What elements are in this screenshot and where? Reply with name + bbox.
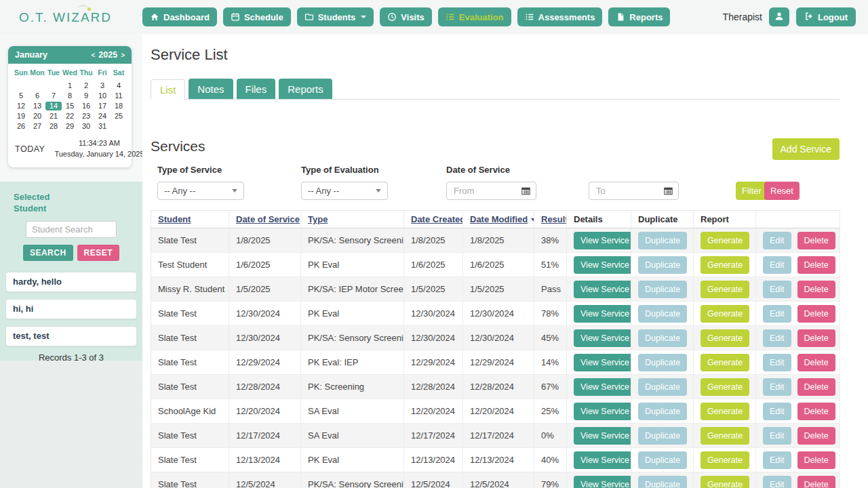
add-service-button[interactable]: Add Service: [772, 138, 840, 160]
col-header-label[interactable]: Type: [308, 214, 328, 224]
calendar-day[interactable]: 29: [62, 122, 78, 131]
calendar-day[interactable]: 22: [62, 112, 78, 121]
edit-button[interactable]: Edit: [763, 281, 791, 298]
view-service-button[interactable]: View Service: [574, 232, 631, 249]
delete-button[interactable]: Delete: [797, 305, 835, 323]
col-header-type[interactable]: Type: [301, 211, 404, 228]
delete-button[interactable]: Delete: [797, 281, 835, 298]
calendar-day[interactable]: 11: [111, 92, 127, 100]
duplicate-button[interactable]: Duplicate: [638, 232, 687, 249]
nav-dashboard-button[interactable]: Dashboard: [142, 7, 217, 26]
nav-reports-button[interactable]: Reports: [608, 7, 670, 26]
calendar-day[interactable]: 7: [45, 92, 62, 100]
calendar-day[interactable]: 30: [78, 122, 94, 131]
student-list-item[interactable]: hardy, hello: [5, 272, 137, 292]
date-to-input[interactable]: [595, 185, 663, 197]
student-list-item[interactable]: test, test: [5, 326, 137, 346]
edit-button[interactable]: Edit: [763, 232, 791, 249]
type-of-service-select[interactable]: -- Any --: [157, 182, 244, 200]
calendar-day[interactable]: 1: [62, 81, 78, 90]
delete-button[interactable]: Delete: [797, 354, 835, 371]
view-service-button[interactable]: View Service: [574, 378, 631, 396]
calendar-day[interactable]: 31: [94, 122, 111, 131]
calendar-day[interactable]: 8: [62, 92, 78, 100]
delete-button[interactable]: Delete: [797, 427, 835, 445]
tab-files[interactable]: Files: [237, 79, 276, 99]
calendar-picker-icon[interactable]: [663, 186, 673, 196]
col-header-label[interactable]: Result: [541, 214, 567, 224]
col-header-student[interactable]: Student: [151, 211, 229, 228]
view-service-button[interactable]: View Service: [574, 451, 631, 469]
calendar-day[interactable]: 24: [94, 112, 111, 121]
tab-list[interactable]: List: [151, 79, 185, 100]
today-label[interactable]: TODAY: [15, 144, 45, 154]
type-of-evaluation-select[interactable]: -- Any --: [301, 182, 388, 200]
delete-button[interactable]: Delete: [797, 403, 835, 420]
generate-report-button[interactable]: Generate: [701, 281, 749, 298]
edit-button[interactable]: Edit: [763, 329, 791, 347]
col-header-date-created[interactable]: Date Created: [404, 211, 463, 228]
sort-caret-icon[interactable]: [531, 218, 534, 222]
view-service-button[interactable]: View Service: [574, 476, 631, 488]
delete-button[interactable]: Delete: [797, 378, 835, 396]
generate-report-button[interactable]: Generate: [701, 427, 749, 445]
calendar-day[interactable]: 5: [13, 92, 29, 100]
calendar-day[interactable]: 23: [78, 112, 94, 121]
student-list-item[interactable]: hi, hi: [5, 299, 137, 319]
calendar-picker-icon[interactable]: [521, 186, 531, 196]
generate-report-button[interactable]: Generate: [701, 329, 749, 347]
col-header-date-of-service[interactable]: Date of Service: [229, 211, 301, 228]
duplicate-button[interactable]: Duplicate: [638, 378, 687, 396]
generate-report-button[interactable]: Generate: [701, 232, 749, 249]
col-header-result[interactable]: Result: [534, 211, 567, 228]
generate-report-button[interactable]: Generate: [701, 305, 749, 323]
calendar-day[interactable]: 20: [29, 112, 45, 121]
calendar-day[interactable]: 28: [45, 122, 62, 131]
calendar-day[interactable]: 6: [29, 92, 45, 100]
delete-button[interactable]: Delete: [797, 329, 835, 347]
calendar-day-selected[interactable]: 14: [45, 102, 62, 110]
nav-assessments-button[interactable]: Assessments: [517, 7, 603, 26]
col-header-date-modified[interactable]: Date Modified: [463, 211, 534, 228]
delete-button[interactable]: Delete: [797, 476, 835, 488]
duplicate-button[interactable]: Duplicate: [638, 256, 687, 274]
calendar-day[interactable]: 13: [29, 102, 45, 110]
student-reset-button[interactable]: RESET: [77, 245, 120, 261]
generate-report-button[interactable]: Generate: [701, 256, 749, 274]
calendar-day[interactable]: 27: [29, 122, 45, 131]
duplicate-button[interactable]: Duplicate: [638, 354, 687, 371]
generate-report-button[interactable]: Generate: [701, 403, 749, 420]
delete-button[interactable]: Delete: [797, 256, 835, 274]
calendar-prev-year-button[interactable]: <: [92, 52, 96, 59]
calendar-day[interactable]: 16: [78, 102, 94, 110]
edit-button[interactable]: Edit: [763, 256, 791, 274]
calendar-day[interactable]: 15: [62, 102, 78, 110]
view-service-button[interactable]: View Service: [574, 305, 631, 323]
duplicate-button[interactable]: Duplicate: [638, 476, 687, 488]
nav-schedule-button[interactable]: Schedule: [223, 7, 291, 26]
delete-button[interactable]: Delete: [797, 451, 835, 469]
col-header-label[interactable]: Date of Service: [236, 214, 300, 224]
calendar-day[interactable]: 2: [78, 81, 94, 90]
duplicate-button[interactable]: Duplicate: [638, 451, 687, 469]
calendar-day[interactable]: 3: [94, 81, 111, 90]
edit-button[interactable]: Edit: [763, 476, 791, 488]
calendar-day[interactable]: 10: [94, 92, 111, 100]
calendar-day[interactable]: 4: [111, 81, 127, 90]
nav-visits-button[interactable]: Visits: [380, 7, 431, 26]
calendar-day[interactable]: 25: [111, 112, 127, 121]
edit-button[interactable]: Edit: [763, 403, 791, 420]
duplicate-button[interactable]: Duplicate: [638, 305, 687, 323]
col-header-label[interactable]: Date Created: [411, 214, 463, 224]
logout-button[interactable]: Logout: [796, 7, 856, 26]
student-search-button[interactable]: SEARCH: [23, 245, 73, 261]
duplicate-button[interactable]: Duplicate: [638, 403, 687, 420]
generate-report-button[interactable]: Generate: [701, 476, 749, 488]
duplicate-button[interactable]: Duplicate: [638, 427, 687, 445]
filter-button[interactable]: Filter: [736, 182, 768, 200]
user-profile-button[interactable]: [769, 7, 789, 26]
view-service-button[interactable]: View Service: [574, 403, 631, 420]
edit-button[interactable]: Edit: [763, 427, 791, 445]
col-header-label[interactable]: Date Modified: [470, 214, 528, 224]
nav-evaluation-button[interactable]: Evaluation: [438, 7, 511, 26]
